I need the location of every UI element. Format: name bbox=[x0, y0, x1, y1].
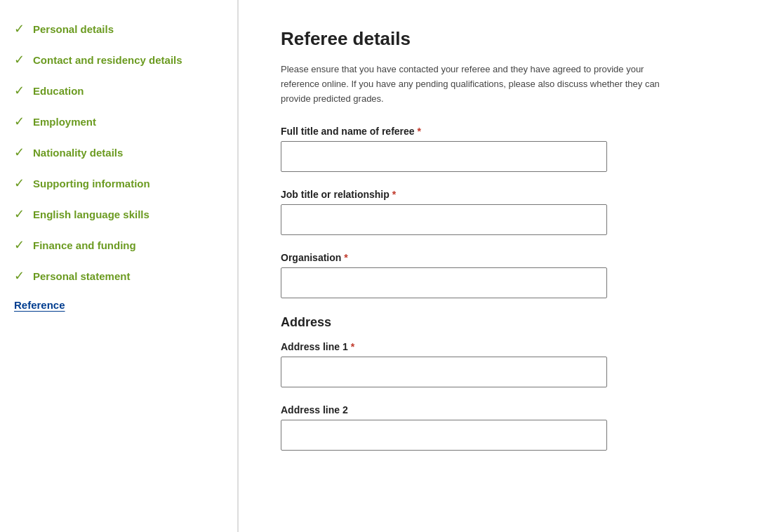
check-icon-supporting: ✓ bbox=[14, 175, 25, 191]
required-star-3: * bbox=[344, 252, 347, 263]
address-line2-group: Address line 2 bbox=[281, 404, 716, 451]
organisation-input[interactable] bbox=[281, 267, 607, 298]
sidebar-item-personal-details[interactable]: ✓Personal details bbox=[14, 21, 223, 36]
sidebar-label-finance: Finance and funding bbox=[33, 239, 136, 251]
page-container: ✓Personal details✓Contact and residency … bbox=[0, 0, 758, 532]
sidebar-item-contact-residency[interactable]: ✓Contact and residency details bbox=[14, 52, 223, 67]
sidebar-label-reference: Reference bbox=[14, 299, 65, 311]
job-title-input[interactable] bbox=[281, 204, 607, 235]
address-line1-input[interactable] bbox=[281, 357, 607, 387]
check-icon-english: ✓ bbox=[14, 206, 25, 222]
job-title-label: Job title or relationship* bbox=[281, 189, 716, 200]
check-icon-education: ✓ bbox=[14, 83, 25, 98]
address-line1-label: Address line 1* bbox=[281, 341, 716, 352]
required-star: * bbox=[418, 126, 421, 137]
organisation-group: Organisation* bbox=[281, 252, 716, 298]
sidebar-label-personal-details: Personal details bbox=[33, 23, 114, 35]
full-title-label: Full title and name of referee* bbox=[281, 126, 716, 137]
sidebar-label-supporting: Supporting information bbox=[33, 178, 150, 189]
address-line2-input[interactable] bbox=[281, 420, 607, 451]
full-title-group: Full title and name of referee* bbox=[281, 126, 716, 172]
sidebar-item-nationality[interactable]: ✓Nationality details bbox=[14, 145, 223, 160]
sidebar-item-english[interactable]: ✓English language skills bbox=[14, 206, 223, 222]
check-icon-personal-statement: ✓ bbox=[14, 268, 25, 284]
check-icon-employment: ✓ bbox=[14, 114, 25, 129]
page-description: Please ensure that you have contacted yo… bbox=[281, 62, 674, 106]
sidebar-label-contact-residency: Contact and residency details bbox=[33, 54, 182, 66]
address-line2-label: Address line 2 bbox=[281, 404, 716, 415]
main-content: Referee details Please ensure that you h… bbox=[239, 0, 758, 532]
check-icon-contact-residency: ✓ bbox=[14, 52, 25, 67]
required-star-2: * bbox=[392, 189, 396, 200]
sidebar-item-education[interactable]: ✓Education bbox=[14, 83, 223, 98]
sidebar-label-employment: Employment bbox=[33, 116, 96, 128]
sidebar: ✓Personal details✓Contact and residency … bbox=[0, 0, 239, 532]
sidebar-item-finance[interactable]: ✓Finance and funding bbox=[14, 237, 223, 253]
check-icon-nationality: ✓ bbox=[14, 145, 25, 160]
sidebar-item-employment[interactable]: ✓Employment bbox=[14, 114, 223, 129]
check-icon-personal-details: ✓ bbox=[14, 21, 25, 36]
page-title: Referee details bbox=[281, 28, 716, 50]
sidebar-label-nationality: Nationality details bbox=[33, 147, 123, 159]
job-title-group: Job title or relationship* bbox=[281, 189, 716, 235]
address-heading: Address bbox=[281, 315, 716, 330]
sidebar-item-personal-statement[interactable]: ✓Personal statement bbox=[14, 268, 223, 284]
organisation-label: Organisation* bbox=[281, 252, 716, 263]
sidebar-label-education: Education bbox=[33, 85, 84, 97]
full-title-input[interactable] bbox=[281, 141, 607, 172]
address-line1-group: Address line 1* bbox=[281, 341, 716, 387]
sidebar-label-english: English language skills bbox=[33, 208, 149, 220]
check-icon-finance: ✓ bbox=[14, 237, 25, 253]
required-star-4: * bbox=[351, 341, 354, 352]
sidebar-item-supporting[interactable]: ✓Supporting information bbox=[14, 175, 223, 191]
sidebar-label-personal-statement: Personal statement bbox=[33, 270, 130, 282]
sidebar-item-reference[interactable]: Reference bbox=[14, 299, 223, 311]
